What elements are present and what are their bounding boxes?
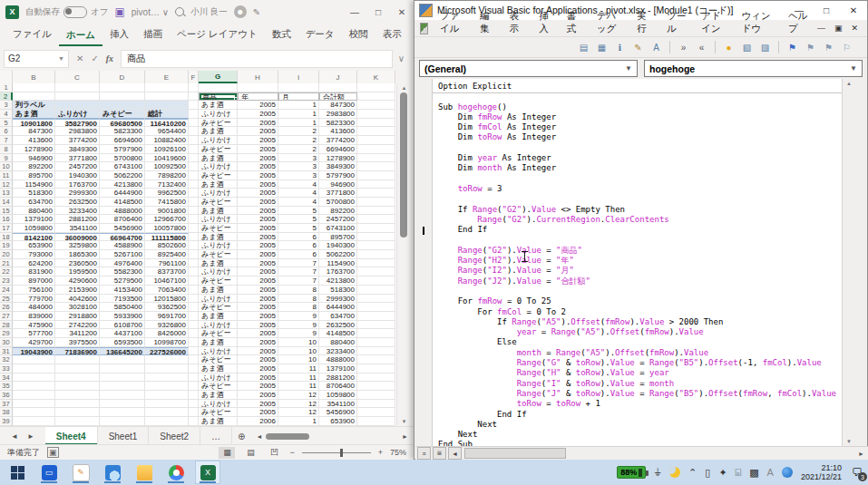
cell-D27[interactable]: 5933900 <box>100 312 145 321</box>
cell-B34[interactable] <box>13 373 55 383</box>
search-icon[interactable] <box>175 7 184 16</box>
cell-F14[interactable] <box>189 198 199 207</box>
clock[interactable]: 21:10 2021/12/21 <box>801 463 842 482</box>
cell-H3[interactable]: 2005 <box>238 101 278 110</box>
cell-G24[interactable]: あま酒 <box>199 286 238 295</box>
cell-K5[interactable] <box>357 119 395 128</box>
cell-G10[interactable]: ふりかけ <box>199 162 238 171</box>
cell-K4[interactable] <box>357 110 395 119</box>
cell-H31[interactable]: 2005 <box>238 347 278 356</box>
cell-G15[interactable]: あま酒 <box>199 207 238 216</box>
cell-E37[interactable] <box>145 400 189 409</box>
cell-E30[interactable]: 10998700 <box>145 338 189 347</box>
cell-E16[interactable]: 12966700 <box>145 215 189 224</box>
cell-I27[interactable]: 9 <box>278 312 319 321</box>
next-bookmark-icon[interactable]: ⚑ <box>803 40 818 54</box>
code-margin[interactable] <box>415 79 433 446</box>
cell-D2[interactable] <box>100 92 145 102</box>
ribbon-tab-描画[interactable]: 描画 <box>136 24 170 46</box>
cell-E12[interactable]: 7132400 <box>145 180 189 189</box>
row-header-39[interactable]: 39 <box>0 417 13 426</box>
cell-D7[interactable]: 6694600 <box>100 136 145 145</box>
row-header-26[interactable]: 26 <box>0 303 13 312</box>
column-header-H[interactable]: H <box>238 71 278 83</box>
cell-J22[interactable]: 1763700 <box>319 267 357 276</box>
cell-K18[interactable] <box>357 233 395 242</box>
cell-F34[interactable] <box>189 373 199 383</box>
formula-input[interactable]: 商品 <box>121 50 393 68</box>
cell-D24[interactable]: 4153400 <box>100 286 145 295</box>
cell-J6[interactable]: 413600 <box>319 127 357 136</box>
toggle-bookmark-icon[interactable]: ⚑ <box>785 40 800 54</box>
cell-K21[interactable] <box>357 259 395 268</box>
cell-I16[interactable]: 5 <box>278 215 319 224</box>
cell-C2[interactable] <box>55 92 100 102</box>
row-header-28[interactable]: 28 <box>0 321 13 330</box>
module-minimize-button[interactable]: — <box>817 24 825 33</box>
save-button[interactable]: ▣ <box>114 5 124 18</box>
cell-E17[interactable]: 10057800 <box>145 224 189 233</box>
cell-G34[interactable]: ふりかけ <box>199 373 238 383</box>
cell-H11[interactable]: 2005 <box>238 171 278 180</box>
cell-E21[interactable]: 7961100 <box>145 259 189 268</box>
cell-J35[interactable]: 8706400 <box>319 382 357 391</box>
ribbon-tab-データ[interactable]: データ <box>298 24 342 46</box>
cell-G38[interactable]: みそピー <box>199 408 238 417</box>
cell-I30[interactable]: 10 <box>278 338 319 347</box>
cell-J31[interactable]: 3233400 <box>319 347 357 356</box>
file-name[interactable]: pivot… ∨ <box>132 7 169 17</box>
cell-F38[interactable] <box>189 408 199 417</box>
cell-I6[interactable]: 2 <box>278 127 319 136</box>
excel-maximize-button[interactable]: □ <box>366 1 390 23</box>
row-header-8[interactable]: 8 <box>0 145 13 154</box>
cell-G9[interactable]: あま酒 <box>199 154 238 163</box>
zoom-out-icon[interactable]: − <box>289 448 294 457</box>
tray-expand-chevron-icon[interactable]: ⌃ <box>688 467 697 479</box>
cell-B39[interactable] <box>13 417 55 426</box>
hscroll-right-icon[interactable]: ► <box>402 433 408 440</box>
cell-G4[interactable]: ふりかけ <box>199 110 238 119</box>
cell-J23[interactable]: 4213800 <box>319 276 357 286</box>
cell-F16[interactable] <box>189 215 199 224</box>
cell-G35[interactable]: みそピー <box>199 382 238 391</box>
cell-J3[interactable]: 847300 <box>319 101 357 110</box>
code-line[interactable]: Range("G2").CurrentRegion.ClearContents <box>438 215 843 225</box>
cell-D20[interactable]: 5267100 <box>100 250 145 259</box>
ribbon-tab-ファイル[interactable]: ファイル <box>5 24 59 46</box>
column-header-E[interactable]: E <box>145 71 189 83</box>
cell-B9[interactable]: 946900 <box>13 154 55 163</box>
cell-D9[interactable]: 5700800 <box>100 154 145 163</box>
cell-C38[interactable] <box>55 408 100 417</box>
cell-F28[interactable] <box>189 321 199 330</box>
cell-G30[interactable]: あま酒 <box>199 338 238 347</box>
cell-F27[interactable] <box>189 312 199 321</box>
code-line[interactable]: If Range("A5").Offset(fmRow).Value > 200… <box>438 317 843 327</box>
cell-J38[interactable]: 5456900 <box>319 408 357 417</box>
cell-K37[interactable] <box>357 400 395 409</box>
cell-B19[interactable]: 653900 <box>13 241 55 250</box>
cell-E13[interactable]: 9962500 <box>145 189 189 198</box>
cell-G6[interactable]: あま酒 <box>199 127 238 136</box>
cell-G25[interactable]: ふりかけ <box>199 295 238 304</box>
cell-C8[interactable]: 3849300 <box>55 145 100 154</box>
cell-H8[interactable]: 2005 <box>238 145 278 154</box>
cell-D22[interactable]: 5582300 <box>100 267 145 276</box>
cell-J1[interactable] <box>319 83 357 92</box>
cell-K23[interactable] <box>357 276 395 286</box>
cell-G7[interactable]: ふりかけ <box>199 136 238 145</box>
cell-K17[interactable] <box>357 224 395 233</box>
cell-F31[interactable] <box>189 347 199 356</box>
cell-C30[interactable]: 3975500 <box>55 338 100 347</box>
cell-K30[interactable] <box>357 338 395 347</box>
cell-C10[interactable]: 2457200 <box>55 162 100 171</box>
cell-C4[interactable]: ふりかけ <box>55 110 100 119</box>
start-button[interactable] <box>5 461 29 483</box>
cell-E24[interactable]: 7063400 <box>145 286 189 295</box>
vba-close-button[interactable]: ✕ <box>840 2 867 19</box>
code-line[interactable]: If Range("G2").Value <> Empty Then <box>438 205 843 215</box>
code-line[interactable]: End Sub <box>438 440 843 446</box>
row-header-7[interactable]: 7 <box>0 136 13 145</box>
outdent-icon[interactable]: « <box>694 40 709 54</box>
cell-J17[interactable]: 6743100 <box>319 224 357 233</box>
cell-I15[interactable]: 5 <box>278 207 319 216</box>
